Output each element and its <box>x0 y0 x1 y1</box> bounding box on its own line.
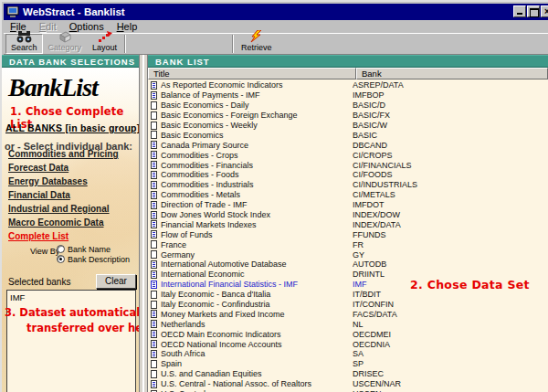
left-panel-header: DATA BANK SELECTIONS <box>2 55 139 68</box>
menu-item-help[interactable]: Help <box>111 20 144 33</box>
red-arrow-icon <box>98 31 112 43</box>
all-banks-link[interactable]: ALL BANKS [in basic group] <box>5 122 139 133</box>
window-controls: × <box>512 5 548 17</box>
toolbar-separator <box>232 35 234 53</box>
right-panel-header: BANK LIST <box>148 55 548 68</box>
bank-code: IMFBOP <box>353 90 548 100</box>
radio-button-icon <box>57 255 65 263</box>
document-icon <box>151 291 157 299</box>
bank-row[interactable]: OECD National Income AccountsOECDNIA <box>148 339 548 349</box>
databank-document-icon <box>151 141 157 149</box>
databank-document-icon <box>151 330 157 338</box>
radio-option-bank-name[interactable]: Bank Name <box>57 244 130 254</box>
databank-document-icon <box>151 201 157 209</box>
document-icon <box>151 131 157 139</box>
layout-button[interactable]: Layout <box>87 34 122 54</box>
maximize-button[interactable] <box>527 5 540 17</box>
annotation-chose-data-set: 2. Chose Data Set <box>410 278 530 291</box>
bank-row[interactable]: Canada Primary SourceDBCAND <box>148 140 548 150</box>
panel-splitter[interactable] <box>139 55 148 392</box>
selected-bank-item[interactable]: IMF <box>7 291 135 302</box>
bank-row[interactable]: Commodities - FinancialsCI/FINANCIALS <box>148 160 548 170</box>
bank-row[interactable]: Basic Economics - Foreign ExchangeBASIC/… <box>148 111 548 121</box>
bank-title: International Economic <box>161 270 353 279</box>
bank-row[interactable]: U.S. and Canadian EquitiesDRISEC <box>148 369 548 379</box>
bank-row[interactable]: GermanyGY <box>148 249 548 260</box>
databank-document-icon <box>151 211 157 219</box>
bank-row[interactable]: South AfricaSA <box>148 349 548 359</box>
bank-category-links: Commodities and PricingForecast DataEner… <box>8 149 137 231</box>
bank-code: FACS/DATA <box>353 310 548 319</box>
bank-row[interactable]: Basic EconomicsBASIC <box>148 130 548 140</box>
sidebar-link-commodities-and-pricing[interactable]: Commodities and Pricing <box>8 149 137 163</box>
bank-title: Financial Markets Indexes <box>161 220 353 229</box>
bank-row[interactable]: FranceFR <box>148 239 548 249</box>
lightning-icon <box>249 30 263 43</box>
bank-code: IMFDOT <box>353 200 548 209</box>
bank-title: International Automotive Database <box>161 260 353 269</box>
bank-title: As Reported Economic Indicators <box>161 80 353 90</box>
column-header-bank[interactable]: Bank <box>356 68 548 79</box>
bank-row[interactable]: Money Markets and Fixed IncomeFACS/DATA <box>148 309 548 319</box>
bank-row[interactable]: Basic Economics - DailyBASIC/D <box>148 101 548 111</box>
bank-row[interactable]: Flow of FundsFFUNDS <box>148 229 548 239</box>
bank-row[interactable]: U.S. CentralUSCEN <box>148 389 548 392</box>
databank-document-icon <box>151 181 157 189</box>
radio-label: Bank Description <box>68 255 130 264</box>
bank-title: Direction of Trade - IMF <box>161 200 353 209</box>
category-button[interactable]: Category <box>43 34 88 54</box>
bank-code: SP <box>353 359 548 368</box>
document-icon <box>151 240 157 249</box>
bank-code: ASREP/DATA <box>353 80 548 90</box>
bank-row[interactable]: As Reported Economic IndicatorsASREP/DAT… <box>148 80 548 90</box>
bank-code: USCEN/NAR <box>353 379 548 388</box>
bank-row[interactable]: Commodities - FoodsCI/FOODS <box>148 170 548 180</box>
bank-row[interactable]: OECD Main Economic IndicatorsOECDMEI <box>148 329 548 339</box>
bank-row[interactable]: Commodities - MetalsCI/METALS <box>148 190 548 200</box>
annotation-dataset-transferred: 3. Dataset automatically transferred ove… <box>5 305 139 336</box>
sidebar-link-energy-databases[interactable]: Energy Databases <box>8 176 137 190</box>
bank-row[interactable]: Balance of Payments - IMFIMFBOP <box>148 90 548 101</box>
sidebar-link-macro-economic-data[interactable]: Macro Economic Data <box>8 217 137 231</box>
minimize-button[interactable] <box>513 5 526 17</box>
document-icon <box>151 122 157 130</box>
complete-list-link[interactable]: Complete List <box>8 231 68 241</box>
bank-row[interactable]: International Automotive DatabaseAUTODB <box>148 260 548 270</box>
clear-button[interactable]: Clear <box>96 274 136 289</box>
bank-row[interactable]: Commodities - CropsCI/CROPS <box>148 150 548 160</box>
bank-title: Canada Primary Source <box>161 141 353 150</box>
bank-row[interactable]: NetherlandsNL <box>148 319 548 329</box>
sidebar-link-industrial-and-regional[interactable]: Industrial and Regional <box>8 204 137 217</box>
bank-row[interactable]: U.S. Central - National Assoc. of Realto… <box>148 379 548 389</box>
close-button[interactable]: × <box>541 5 548 17</box>
bank-row[interactable]: Financial Markets IndexesINDEX/DATA <box>148 219 548 229</box>
bank-row[interactable]: Direction of Trade - IMFIMFDOT <box>148 200 548 210</box>
retrieve-button[interactable]: Retrieve <box>236 34 278 54</box>
window-title: WebStract - Banklist <box>23 6 125 17</box>
databank-document-icon <box>151 91 157 100</box>
banklist-logo: BankList <box>8 73 98 102</box>
databank-document-icon <box>151 81 157 90</box>
bank-title: Flow of Funds <box>161 230 353 239</box>
bank-row[interactable]: Commodities - IndustrialsCI/INDUSTRIALS <box>148 180 548 190</box>
bank-code: CI/INDUSTRIALS <box>353 180 548 189</box>
search-button[interactable]: Search <box>5 34 43 54</box>
sidebar-link-financial-data[interactable]: Financial Data <box>8 190 137 204</box>
bank-title: Germany <box>161 250 353 260</box>
column-header-title[interactable]: Title <box>148 68 356 79</box>
bank-code: GY <box>353 250 548 260</box>
bank-code: CI/FOODS <box>353 170 548 179</box>
bank-row[interactable]: Dow Jones World Stock IndexINDEX/DOW <box>148 210 548 220</box>
bank-title: Basic Economics - Foreign Exchange <box>161 111 353 120</box>
bank-row[interactable]: Italy Economic - ConfindustriaIT/CONFIN <box>148 300 548 310</box>
document-icon <box>151 301 157 309</box>
bank-title: U.S. and Canadian Equities <box>161 369 353 378</box>
sidebar-link-forecast-data[interactable]: Forecast Data <box>8 163 137 176</box>
toolbar-separator <box>124 35 126 53</box>
radio-option-bank-description[interactable]: Bank Description <box>57 254 130 264</box>
bank-row[interactable]: Basic Economics - WeeklyBASIC/W <box>148 121 548 131</box>
bank-title: OECD National Income Accounts <box>161 340 353 349</box>
bank-code: FR <box>353 240 548 249</box>
bank-title: Commodities - Financials <box>161 161 353 170</box>
bank-row[interactable]: SpainSP <box>148 359 548 369</box>
